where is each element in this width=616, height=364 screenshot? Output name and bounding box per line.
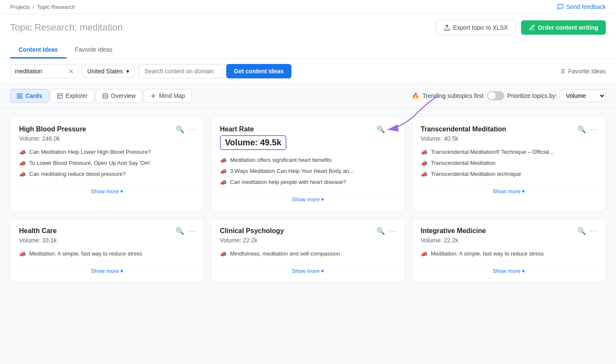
search-icon[interactable]: 🔍 — [176, 125, 184, 133]
card-transcendental-meditation: Transcendental Meditation 🔍 ⋯ Volume: 40… — [412, 117, 606, 211]
show-more-label: Show more — [493, 268, 521, 274]
send-feedback-button[interactable]: Send feedback — [557, 3, 606, 10]
show-more-label: Show more — [292, 196, 320, 203]
search-icon[interactable]: 🔍 — [377, 125, 385, 133]
chevron-down-icon: ▾ — [522, 188, 525, 195]
card-volume: Volume: 22.2k — [421, 237, 597, 244]
card-item-text: Transcendental Meditation — [431, 160, 496, 166]
card-header: Heart Rate 🔍 ⋯ — [220, 125, 396, 133]
card-title: Health Care — [19, 227, 57, 235]
show-more-button[interactable]: Show more ▾ — [19, 184, 195, 195]
card-item: 📣 Can Meditation Help Lower High Blood P… — [19, 149, 195, 156]
explorer-icon — [57, 93, 63, 99]
card-item-text: Can meditation help people with heart di… — [230, 179, 346, 185]
show-more-button[interactable]: Show more ▾ — [421, 184, 597, 195]
order-content-button[interactable]: Order content writing — [521, 20, 606, 35]
card-item: 📣 Transcendental Meditation® Technique –… — [421, 149, 597, 156]
tab-favorite-ideas[interactable]: Favorite Ideas — [67, 42, 121, 58]
megaphone-icon: 📣 — [421, 171, 427, 178]
favorite-ideas-label[interactable]: Favorite Ideas — [568, 68, 606, 75]
card-actions: 🔍 ⋯ — [577, 227, 597, 235]
chevron-down-icon: ▾ — [120, 188, 123, 195]
svg-rect-11 — [58, 93, 62, 98]
search-icon[interactable]: 🔍 — [577, 227, 586, 235]
more-icon[interactable]: ⋯ — [389, 227, 396, 235]
search-icon[interactable]: 🔍 — [176, 227, 184, 235]
megaphone-icon: 📣 — [220, 251, 227, 257]
breadcrumb-projects[interactable]: Projects — [10, 4, 30, 10]
card-header: Clinical Psychology 🔍 ⋯ — [220, 227, 396, 235]
svg-rect-9 — [17, 96, 19, 98]
card-clinical-psychology: Clinical Psychology 🔍 ⋯ Volume: 22.2k 📣 … — [211, 218, 405, 283]
search-icon[interactable]: 🔍 — [577, 125, 586, 133]
card-item: 📣 To Lower Blood Pressure, Open Up And S… — [19, 160, 195, 167]
show-more-label: Show more — [493, 188, 521, 195]
keyword-input-wrap[interactable]: ✕ — [10, 64, 78, 78]
fire-icon: 🔥 — [412, 92, 419, 99]
feedback-icon — [557, 3, 564, 10]
card-item: 📣 Mindfulness, meditation and self-compa… — [220, 250, 396, 257]
card-actions: 🔍 ⋯ — [176, 125, 195, 133]
card-title: Transcendental Meditation — [421, 125, 506, 133]
card-title: Clinical Psychology — [220, 227, 284, 235]
svg-rect-7 — [17, 93, 19, 95]
card-heart-rate: Heart Rate 🔍 ⋯ Volume: 49.5k 📣 Meditatio… — [211, 117, 405, 211]
domain-search-input[interactable] — [138, 64, 223, 78]
cards-view-button[interactable]: Cards — [10, 89, 49, 103]
megaphone-icon: 📣 — [19, 149, 26, 156]
mindmap-view-button[interactable]: Mind Map — [144, 89, 191, 103]
breadcrumb-current: Topic Research — [37, 4, 75, 10]
show-more-button[interactable]: Show more ▾ — [19, 264, 195, 274]
card-header: Transcendental Meditation 🔍 ⋯ — [421, 125, 597, 133]
svg-point-17 — [153, 95, 154, 97]
tab-content-ideas[interactable]: Content Ideas — [10, 42, 67, 58]
breadcrumb-sep: › — [33, 4, 34, 10]
more-icon[interactable]: ⋯ — [389, 125, 396, 133]
show-more-button[interactable]: Show more ▾ — [421, 264, 597, 274]
more-icon[interactable]: ⋯ — [189, 227, 195, 235]
overview-view-button[interactable]: Overview — [96, 89, 142, 103]
more-icon[interactable]: ⋯ — [189, 125, 195, 133]
card-item: 📣 Can meditation help people with heart … — [220, 179, 396, 186]
card-item: 📣 Transcendental Meditation technique — [421, 171, 597, 178]
card-title: High Blood Pressure — [19, 125, 86, 133]
order-icon — [529, 24, 536, 31]
page-title: Topic Research: meditation — [10, 22, 122, 33]
header-actions: Export topic to XLSX Order content writi… — [436, 20, 606, 35]
card-title: Integrative Medicine — [421, 227, 486, 235]
card-item-text: To Lower Blood Pressure, Open Up And Say… — [29, 160, 150, 166]
card-item-text: Meditation: A simple, fast way to reduce… — [431, 250, 544, 257]
trending-toggle[interactable] — [487, 91, 504, 100]
card-title: Heart Rate — [220, 125, 254, 133]
card-item-text: Meditation: A simple, fast way to reduce… — [29, 250, 142, 257]
explorer-view-button[interactable]: Explorer — [50, 89, 94, 103]
prioritize-select[interactable]: Volume Relevance Difficulty — [560, 89, 606, 102]
card-volume-highlight: Volume: 49.5k — [220, 135, 286, 150]
megaphone-icon: 📣 — [421, 160, 427, 167]
svg-rect-14 — [103, 93, 108, 98]
toolbar-left: ✕ United States ▾ Get content ideas — [10, 64, 291, 78]
card-item: 📣 Can meditating reduce blood pressure? — [19, 171, 195, 178]
card-items: 📣 Meditation: A simple, fast way to redu… — [421, 250, 597, 257]
get-content-ideas-button[interactable]: Get content ideas — [226, 64, 291, 78]
cards-icon — [17, 93, 23, 99]
country-selector[interactable]: United States ▾ — [82, 65, 135, 78]
export-button[interactable]: Export topic to XLSX — [436, 20, 516, 35]
more-icon[interactable]: ⋯ — [590, 227, 597, 235]
megaphone-icon: 📣 — [421, 251, 427, 257]
clear-icon[interactable]: ✕ — [68, 67, 74, 75]
card-header: High Blood Pressure 🔍 ⋯ — [19, 125, 195, 133]
breadcrumb: Projects › Topic Research — [10, 4, 75, 10]
show-more-button[interactable]: Show more ▾ — [220, 264, 396, 274]
megaphone-icon: 📣 — [421, 149, 427, 156]
card-actions: 🔍 ⋯ — [377, 125, 396, 133]
cards-container: High Blood Pressure 🔍 ⋯ Volume: 246.0k 📣… — [0, 108, 616, 292]
show-more-label: Show more — [91, 188, 119, 195]
search-icon[interactable]: 🔍 — [377, 227, 385, 235]
card-item: 📣 Meditation offers significant heart be… — [220, 157, 396, 164]
card-actions: 🔍 ⋯ — [176, 227, 195, 235]
view-left: Cards Explorer Overview Mind Map — [10, 89, 191, 103]
keyword-input[interactable] — [15, 68, 66, 75]
show-more-button[interactable]: Show more ▾ — [220, 192, 396, 203]
more-icon[interactable]: ⋯ — [590, 125, 597, 133]
